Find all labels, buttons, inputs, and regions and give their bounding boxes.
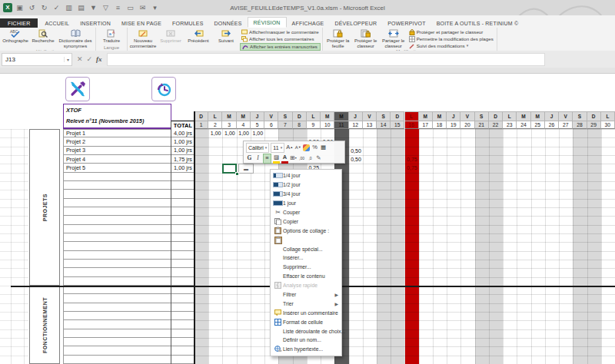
day-number-1[interactable]: 1 [194, 121, 208, 130]
day-number-12[interactable]: 12 [349, 121, 363, 130]
empty-name-cell[interactable] [63, 225, 171, 233]
day-letter-25[interactable]: M [531, 111, 545, 121]
day-value-cell[interactable]: 1,00 [237, 129, 251, 137]
empty-total-cell[interactable] [171, 356, 194, 364]
day-letter-3[interactable]: M [222, 111, 236, 121]
tab-powerpivot[interactable]: POWERPIVOT [382, 18, 430, 28]
empty-total-cell[interactable] [171, 346, 194, 355]
day-letter-28[interactable]: S [573, 111, 587, 121]
name-box[interactable]: J13 ▾ [2, 53, 72, 66]
share-workbook-button[interactable]: Partager le classeur [380, 28, 407, 49]
menu-item-3-4-jour[interactable]: 3/4 jour [271, 190, 341, 199]
center-align-icon[interactable]: ≡ [263, 154, 271, 164]
day-number-5[interactable]: 5 [251, 121, 264, 130]
tab-affichage[interactable]: AFFICHAGE [287, 18, 330, 28]
day-letter-12[interactable]: J [349, 111, 363, 121]
empty-name-cell[interactable] [63, 303, 171, 312]
timesheet-title-box[interactable]: XTOF Relevé n°11 (Novembre 2015) [63, 104, 171, 129]
empty-total-cell[interactable] [171, 181, 194, 190]
tab-insertion[interactable]: INSERTION [75, 18, 116, 28]
decrease-decimal-icon[interactable]: ,0 [307, 154, 314, 163]
empty-name-cell[interactable] [63, 312, 171, 320]
format-table-icon[interactable]: ▦ [320, 144, 327, 152]
empty-total-cell[interactable] [171, 199, 194, 207]
next-comment-button[interactable]: Suivant [212, 28, 240, 45]
enter-icon[interactable]: ✓ [87, 55, 93, 63]
empty-name-cell[interactable] [63, 173, 171, 181]
day-letter-16[interactable]: L [405, 111, 419, 121]
empty-name-cell[interactable] [63, 251, 171, 260]
font-size-select[interactable]: 11▾ [271, 143, 284, 153]
thesaurus-button[interactable]: Dictionnaire des synonymes [57, 28, 94, 49]
empty-name-cell[interactable] [63, 207, 171, 216]
tab-boite-a-outils-retinium-[interactable]: BOITE A OUTILS - RETINIUM © [431, 18, 524, 28]
menu-item-analyse-rapide[interactable]: Analyse rapide [271, 281, 341, 290]
day-number-13[interactable]: 13 [363, 121, 377, 130]
insert-function-icon[interactable]: fx [96, 55, 102, 63]
empty-name-cell[interactable] [63, 181, 171, 190]
empty-name-cell[interactable] [63, 268, 171, 276]
empty-name-cell[interactable] [63, 356, 171, 364]
tab-d-veloppeur[interactable]: DÉVELOPPEUR [329, 18, 382, 28]
day-letter-22[interactable]: D [489, 111, 503, 121]
empty-name-cell[interactable] [63, 338, 171, 346]
increase-decimal-icon[interactable]: ,00 [298, 154, 305, 163]
day-number-23[interactable]: 23 [503, 121, 517, 130]
day-letter-11[interactable]: M [334, 111, 348, 121]
cancel-icon[interactable]: ✕ [77, 55, 83, 63]
project-total-cell[interactable]: 4,00 jrs [171, 129, 194, 137]
menu-item-1-jour[interactable]: 1 jour [271, 199, 341, 208]
history-button[interactable] [151, 77, 176, 101]
day-letter-19[interactable]: J [447, 111, 460, 121]
empty-total-cell[interactable] [171, 251, 194, 260]
menu-item-d-finir-un-nom[interactable]: Définir un nom... [271, 336, 341, 345]
day-letter-4[interactable]: M [237, 111, 251, 121]
day-number-19[interactable]: 19 [447, 121, 460, 130]
day-number-27[interactable]: 27 [559, 121, 573, 130]
project-name-cell[interactable]: Projet 3 [63, 147, 171, 155]
day-letter-13[interactable]: V [363, 111, 377, 121]
empty-total-cell[interactable] [171, 277, 194, 286]
validation-dropdown-button[interactable]: ▬ [238, 164, 254, 174]
menu-item-filtrer[interactable]: Filtrer▶ [271, 290, 341, 299]
toggle-afficher-tous-les-commentaires[interactable]: Afficher tous les commentaires [240, 36, 321, 42]
picture-icon[interactable]: ▤ [76, 3, 86, 13]
day-value-cell[interactable]: 0,50 [349, 155, 363, 164]
new-comment-button[interactable]: Nouveau commentaire [129, 28, 157, 49]
day-letter-14[interactable]: S [377, 111, 391, 121]
day-letter-20[interactable]: V [460, 111, 474, 121]
day-value-cell[interactable]: 0,75 [405, 155, 419, 164]
sort-icon[interactable]: ≡ [113, 3, 123, 13]
empty-name-cell[interactable] [63, 277, 171, 286]
undo-icon[interactable]: ↺ [27, 3, 37, 13]
empty-total-cell[interactable] [171, 216, 194, 224]
empty-name-cell[interactable] [63, 329, 171, 338]
grow-font-icon[interactable]: A▲ [286, 144, 293, 152]
menu-item-paste-option[interactable] [271, 235, 341, 244]
day-letter-24[interactable]: M [517, 111, 530, 121]
menu-item-couper[interactable]: ✂Couper [271, 208, 341, 217]
day-number-15[interactable]: 15 [391, 121, 404, 130]
day-number-9[interactable]: 9 [307, 121, 321, 130]
bold-icon[interactable]: G [246, 154, 253, 163]
menu-item-copier[interactable]: Copier [271, 217, 341, 226]
day-number-6[interactable]: 6 [264, 121, 278, 130]
filter-clear-icon[interactable]: ▽ [101, 3, 111, 13]
day-number-7[interactable]: 7 [278, 121, 292, 130]
day-number-20[interactable]: 20 [460, 121, 474, 130]
day-number-26[interactable]: 26 [545, 121, 559, 130]
toggle-afficher-masquer-le-commentair[interactable]: Afficher/masquer le commentaire [240, 29, 321, 35]
project-name-cell[interactable]: Projet 5 [63, 164, 171, 172]
shrink-font-icon[interactable]: A▼ [294, 144, 301, 152]
tab-accueil[interactable]: ACCUEIL [39, 18, 75, 28]
empty-total-cell[interactable] [171, 268, 194, 276]
day-number-11[interactable]: 11 [334, 121, 348, 130]
empty-total-cell[interactable] [171, 320, 194, 329]
day-number-18[interactable]: 18 [433, 121, 447, 130]
day-value-cell[interactable]: 1,00 [251, 129, 264, 137]
day-value-cell[interactable]: 1,00 [222, 129, 236, 137]
delete-comment-button[interactable]: Supprimer [157, 28, 184, 45]
chevron-down-icon[interactable]: ▾ [64, 57, 71, 62]
translate-button[interactable]: aA Traduire [98, 28, 125, 45]
empty-name-cell[interactable] [63, 199, 171, 207]
